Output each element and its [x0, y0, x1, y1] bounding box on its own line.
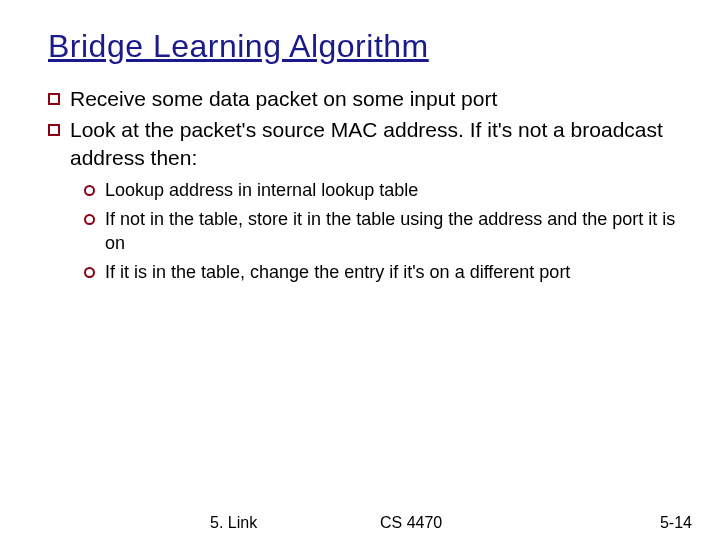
square-bullet-icon	[48, 124, 60, 136]
list-item: Look at the packet's source MAC address.…	[48, 116, 680, 171]
list-item: If it is in the table, change the entry …	[84, 261, 680, 284]
bullet-text: Receive some data packet on some input p…	[70, 85, 680, 112]
footer-course: CS 4470	[380, 514, 442, 532]
bullet-text: Lookup address in internal lookup table	[105, 179, 680, 202]
list-item: If not in the table, store it in the tab…	[84, 208, 680, 255]
bullet-text: If it is in the table, change the entry …	[105, 261, 680, 284]
circle-bullet-icon	[84, 214, 95, 225]
slide-title: Bridge Learning Algorithm	[48, 28, 680, 65]
bullet-text: If not in the table, store it in the tab…	[105, 208, 680, 255]
bullet-text: Look at the packet's source MAC address.…	[70, 116, 680, 171]
square-bullet-icon	[48, 93, 60, 105]
circle-bullet-icon	[84, 185, 95, 196]
main-bullets: Receive some data packet on some input p…	[48, 85, 680, 171]
list-item: Lookup address in internal lookup table	[84, 179, 680, 202]
footer-section: 5. Link	[210, 514, 257, 532]
circle-bullet-icon	[84, 267, 95, 278]
footer-page: 5-14	[660, 514, 692, 532]
sub-bullets: Lookup address in internal lookup table …	[48, 179, 680, 285]
list-item: Receive some data packet on some input p…	[48, 85, 680, 112]
